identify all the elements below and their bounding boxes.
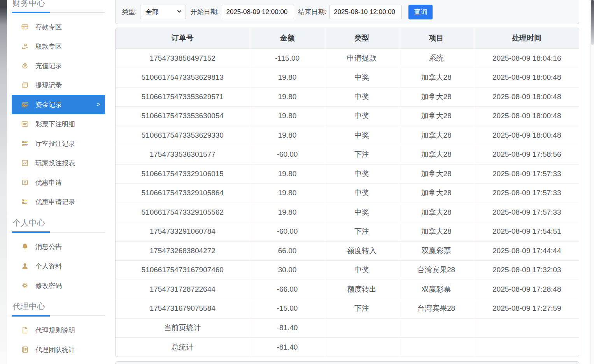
type-cell: 额度转出 — [325, 280, 399, 299]
amount-cell: 19.80 — [250, 68, 325, 88]
sidebar-section-title: 代理中心 — [12, 301, 105, 315]
time-cell: 2025-08-09 17:57:33 — [474, 203, 579, 222]
sidebar-item[interactable]: 修改密码 — [12, 276, 105, 295]
lottery-detail-icon — [21, 120, 29, 128]
project-cell: 加拿大28 — [399, 107, 474, 126]
funds-record-page: 财务中心存款专区取款专区充值记录提现记录资金记录>彩票下注明细厅室投注记录玩家投… — [0, 0, 594, 364]
amount-cell: 19.80 — [250, 126, 325, 145]
table-body: 1754733856497152-115.00申请提款系统2025-08-09 … — [116, 49, 579, 357]
section-underline — [12, 231, 105, 233]
project-cell: 加拿大28 — [399, 164, 474, 184]
table-row: 5106617547332910601519.80中奖加拿大282025-08-… — [116, 164, 579, 184]
chevron-down-icon — [177, 8, 182, 16]
sidebar-item-label: 修改密码 — [35, 281, 62, 290]
time-cell: 2025-08-09 17:44:44 — [474, 241, 579, 261]
type-select[interactable]: 全部 — [140, 5, 186, 19]
sidebar-item-label: 优惠申请记录 — [35, 198, 75, 206]
project-cell: 台湾宾果28 — [399, 261, 474, 280]
project-cell: 加拿大28 — [399, 203, 474, 222]
recharge-moneybag-icon — [21, 62, 29, 70]
time-cell: 2025-08-09 18:00:48 — [474, 87, 579, 107]
time-cell: 2025-08-09 18:04:16 — [474, 49, 579, 68]
page-scrollbar[interactable] — [590, 0, 594, 364]
sidebar-item-label: 厅室投注记录 — [35, 139, 75, 148]
table-row: 5106617547335362933019.80中奖加拿大282025-08-… — [116, 126, 579, 145]
scrollbar-thumb[interactable] — [591, 0, 594, 45]
query-button[interactable]: 查询 — [408, 5, 433, 19]
table-row: 5106617547316790746030.00中奖台湾宾果282025-08… — [116, 261, 579, 280]
table-row: 1754731728722644-66.00额度转出双赢彩票2025-08-09… — [116, 280, 579, 299]
sidebar-section-title: 个人中心 — [12, 218, 105, 231]
sidebar-item[interactable]: 充值记录 — [12, 56, 105, 75]
table-row: 总统计-81.40 — [116, 338, 579, 357]
sidebar-item[interactable]: 代理规则说明 — [12, 320, 105, 340]
time-cell: 2025-08-09 17:58:56 — [474, 145, 579, 164]
sidebar-item[interactable]: 资金记录> — [12, 95, 105, 114]
table-row: 1754733291060784-60.00下注加拿大282025-08-09 … — [116, 222, 579, 242]
table-row: 1754731679075584-15.00下注台湾宾果282025-08-09… — [116, 299, 579, 318]
project-cell: 加拿大28 — [399, 184, 474, 203]
records-table: 订单号金额类型项目处理时间 1754733856497152-115.00申请提… — [116, 28, 579, 357]
time-cell: 2025-08-09 17:27:59 — [474, 299, 579, 318]
type-cell: 中奖 — [325, 184, 399, 203]
time-cell: 2025-08-09 18:00:48 — [474, 68, 579, 88]
type-cell: 中奖 — [325, 87, 399, 107]
table-row: 175473268380427266.00额度转入双赢彩票2025-08-09 … — [116, 241, 579, 261]
type-cell: 申请提款 — [325, 49, 399, 68]
table-row: 1754733536301577-60.00下注加拿大282025-08-09 … — [116, 145, 579, 164]
amount-cell: -81.40 — [250, 338, 325, 357]
table-row: 1754733856497152-115.00申请提款系统2025-08-09 … — [116, 49, 579, 68]
sidebar-item-label: 代理规则说明 — [35, 326, 75, 335]
table-header-row: 订单号金额类型项目处理时间 — [116, 28, 579, 49]
column-header: 类型 — [325, 28, 399, 49]
type-cell: 下注 — [325, 145, 399, 164]
column-header: 订单号 — [116, 28, 250, 49]
sidebar-item-label: 充值记录 — [35, 61, 62, 70]
table-row: 5106617547332910556219.80中奖加拿大282025-08-… — [116, 203, 579, 222]
sidebar-item-label: 取款专区 — [35, 42, 62, 51]
project-cell: 台湾宾果28 — [399, 299, 474, 318]
sidebar-item[interactable]: 厅室投注记录 — [12, 134, 105, 153]
end-date-input[interactable] — [329, 5, 402, 19]
main-content: 类型: 全部 开始日期: 结束日期: 查询 订单号金额类型项目处理时间 1754… — [115, 0, 579, 364]
type-label: 类型: — [122, 7, 137, 16]
order-cell: 总统计 — [116, 338, 250, 357]
sidebar-item-label: 彩票下注明细 — [35, 120, 75, 129]
order-cell: 1754733291060784 — [116, 222, 250, 242]
order-cell: 51066175473353629571 — [116, 87, 250, 107]
order-cell: 51066175473329105562 — [116, 203, 250, 222]
sidebar-item[interactable]: 优惠申请 — [12, 173, 105, 192]
time-cell — [474, 338, 579, 357]
time-cell: 2025-08-09 18:00:48 — [474, 126, 579, 145]
sidebar-item-label: 个人资料 — [35, 262, 62, 271]
sidebar-item[interactable]: 个人资料 — [12, 256, 105, 276]
sidebar-item[interactable]: 彩票下注明细 — [12, 114, 105, 134]
page-left-background — [0, 0, 7, 364]
time-cell: 2025-08-09 17:57:33 — [474, 164, 579, 184]
type-cell — [325, 338, 399, 357]
sidebar-item[interactable]: 提现记录 — [12, 75, 105, 95]
type-cell: 中奖 — [325, 203, 399, 222]
records-table-panel: 订单号金额类型项目处理时间 1754733856497152-115.00申请提… — [115, 28, 579, 357]
table-row: 5106617547335362957119.80中奖加拿大282025-08-… — [116, 87, 579, 107]
sidebar-item[interactable]: 取款专区 — [12, 37, 105, 56]
sidebar-item[interactable]: 消息公告 — [12, 237, 105, 256]
sidebar-item[interactable]: 存款专区 — [12, 17, 105, 37]
amount-cell: -60.00 — [250, 222, 325, 242]
amount-cell: 66.00 — [250, 241, 325, 261]
type-cell: 额度转入 — [325, 241, 399, 261]
amount-cell: 19.80 — [250, 184, 325, 203]
start-date-input[interactable] — [222, 5, 294, 19]
type-select-value: 全部 — [145, 7, 159, 16]
sidebar-item[interactable]: 代理团队统计 — [12, 340, 105, 359]
sidebar-item-label: 提现记录 — [35, 81, 62, 90]
order-cell: 51066175473353630054 — [116, 107, 250, 126]
sidebar-item[interactable]: 玩家投注报表 — [12, 153, 105, 173]
type-cell: 下注 — [325, 299, 399, 318]
amount-cell: 19.80 — [250, 87, 325, 107]
sidebar-item[interactable]: 优惠申请记录 — [12, 192, 105, 212]
amount-cell: -15.00 — [250, 299, 325, 318]
sidebar-section-title: 财务中心 — [12, 0, 105, 12]
amount-cell: -115.00 — [250, 49, 325, 68]
time-cell: 2025-08-09 17:57:33 — [474, 184, 579, 203]
